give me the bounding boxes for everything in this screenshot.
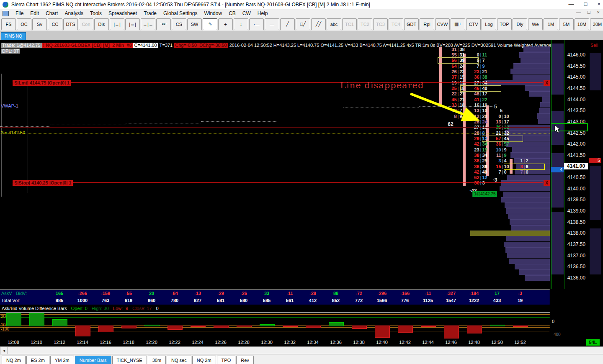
toolbar-button--[interactable]: |⇔| — [125, 18, 140, 30]
toolbar-button-cs[interactable]: CS — [172, 18, 186, 30]
toolbar-button--[interactable]: + — [218, 18, 233, 30]
toolbar-button-10m[interactable]: 10M — [575, 18, 589, 30]
toolbar-button-dts[interactable]: DTS — [63, 18, 78, 30]
diff-bar-negative — [168, 326, 183, 330]
toolbar-button-cc[interactable]: CC — [48, 18, 62, 30]
askbid-diff-value: -11 — [417, 291, 439, 296]
maximize-icon[interactable]: □ — [584, 1, 588, 7]
toolbar-button--[interactable]: ▦+ — [451, 18, 465, 30]
menu-item-cw[interactable]: CW — [239, 10, 254, 17]
toolbar-button--[interactable]: ↕ — [234, 18, 248, 30]
toolbar-button-we[interactable]: We — [528, 18, 543, 30]
toolbar-button-cvw[interactable]: CVW — [435, 18, 450, 30]
menu-item-help[interactable]: Help — [254, 10, 271, 17]
child-window-controls: — □ × — [576, 10, 600, 15]
menu-item-global-settings[interactable]: Global Settings — [160, 10, 201, 17]
toolbar-button-tc3[interactable]: TC3 — [373, 18, 388, 30]
chart-area[interactable]: Trade: 1@4142.75 ! NQ-201603-GLOBEX [CB]… — [0, 40, 603, 289]
chart-tab-es-2m[interactable]: ES 2m — [26, 356, 49, 364]
diff-bar-negative — [237, 326, 252, 327]
price-scale-label: 4142.00 — [565, 141, 588, 147]
menu-item-cb[interactable]: CB — [225, 10, 239, 17]
total-volume-value: 852 — [325, 298, 347, 303]
toolbar-button--[interactable]: ⇥⇤ — [156, 18, 171, 30]
toolbar-button--[interactable]: ·— — [249, 18, 264, 30]
menu-item-tools[interactable]: Tools — [87, 10, 105, 17]
toolbar-button-top[interactable]: TOP — [497, 18, 512, 30]
child-restore-icon[interactable]: □ — [588, 10, 590, 15]
window-controls: — □ × — [569, 1, 600, 7]
child-minimize-icon[interactable]: — — [576, 10, 581, 15]
toolbar-button-log[interactable]: Log — [482, 18, 496, 30]
total-volume-value: 585 — [255, 298, 278, 303]
time-label: 12:42 — [394, 340, 415, 345]
menu-item-file[interactable]: File — [12, 10, 27, 17]
chart-tab-number-bars[interactable]: Number Bars — [75, 356, 111, 364]
askbid-diff-value: -28 — [302, 291, 324, 296]
toolbar-button--[interactable]: □╱ — [296, 18, 310, 30]
time-label: 12:24 — [187, 340, 208, 345]
diff-bar-negative — [98, 326, 113, 332]
toolbar-button-fs[interactable]: FS — [1, 18, 16, 30]
toolbar-button-tc4[interactable]: TC4 — [389, 18, 403, 30]
chart-tab-30m[interactable]: 30m — [148, 356, 166, 364]
horizontal-scrollbar[interactable]: ◄ — [0, 346, 603, 354]
time-label: 12:10 — [26, 340, 47, 345]
chart-tab-nq-2m[interactable]: NQ 2m — [2, 356, 26, 364]
toolbar-button-dis[interactable]: Dis — [94, 18, 109, 30]
toolbar-button-abc[interactable]: abc — [327, 18, 341, 30]
toolbar-button--[interactable]: ⇖ — [203, 18, 217, 30]
toolbar-button-tc1[interactable]: TC1 — [342, 18, 357, 30]
toolbar-button-dly[interactable]: Dly — [513, 18, 527, 30]
chart-tab-nq-2m[interactable]: NQ 2m — [192, 356, 216, 364]
child-close-icon[interactable]: × — [597, 10, 600, 15]
toolbar-button-1m[interactable]: 1M — [544, 18, 558, 30]
total-volume-value: 1125 — [417, 298, 439, 303]
toolbar-button-5m[interactable]: 5M — [559, 18, 574, 30]
price-scale-label: 4145.50 — [565, 63, 588, 69]
toolbar-button-30m[interactable]: 30M — [590, 18, 603, 30]
grid-line — [0, 314, 550, 315]
toolbar-button-con[interactable]: Con — [79, 18, 93, 30]
toolbar: FSOCSvCCDTSConDis|↔||⇔|→|←⇥⇤CSSW⇖+↕·——╱□… — [0, 18, 603, 31]
askbid-diff-value: -296 — [371, 291, 393, 296]
toolbar-button-ctv[interactable]: CTV — [466, 18, 481, 30]
chart-tab-nq-sec[interactable]: NQ sec — [167, 356, 191, 364]
price-scale-label: 4136.00 — [565, 275, 588, 281]
close-icon[interactable]: × — [597, 1, 600, 7]
toolbar-button-gdt[interactable]: GDT — [404, 18, 419, 30]
menu-item-chart[interactable]: Chart — [42, 10, 61, 17]
toolbar-button--[interactable]: |↔| — [110, 18, 124, 30]
toolbar-button-oc[interactable]: OC — [17, 18, 31, 30]
askbid-diff-value: 165 — [48, 291, 71, 296]
total-volume-value: 860 — [140, 298, 163, 303]
menu-item-spreadsheet[interactable]: Spreadsheet — [105, 10, 140, 17]
diff-open: Open: 0 — [71, 306, 88, 311]
time-label: 12:12 — [49, 340, 70, 345]
chartbook-tab-row: FIMS NQ — [0, 31, 603, 40]
toolbar-button-rpl[interactable]: Rpl — [420, 18, 434, 30]
menu-item-analysis[interactable]: Analysis — [61, 10, 87, 17]
toolbar-button--[interactable]: ╱╱ — [311, 18, 326, 30]
toolbar-button--[interactable]: ╱ — [280, 18, 295, 30]
chart-tab-rev[interactable]: Rev — [236, 356, 254, 364]
askbid-diff-value: 17 — [486, 291, 508, 296]
toolbar-button-sw[interactable]: SW — [187, 18, 202, 30]
askbid-volume-row: AskV - BidV: 165-266-159-5520-84-13-29-2… — [0, 290, 550, 297]
chart-tab-tpo[interactable]: TPO — [217, 356, 236, 364]
chart-tab-ym-2m[interactable]: YM 2m — [50, 356, 74, 364]
chartbook-tab[interactable]: FIMS NQ — [1, 32, 26, 40]
chart-tab-tick-nyse[interactable]: TICK_NYSE — [112, 356, 147, 364]
difference-bars-subgraph[interactable]: 200 10 -100 — [0, 312, 550, 339]
toolbar-button-tc2[interactable]: TC2 — [358, 18, 372, 30]
menu-item-edit[interactable]: Edit — [27, 10, 42, 17]
minimize-icon[interactable]: — — [569, 1, 574, 7]
askbid-diff-value: -184 — [463, 291, 485, 296]
menu-item-window[interactable]: Window — [201, 10, 225, 17]
menu-item-trade[interactable]: Trade — [140, 10, 160, 17]
askbid-row-label: AskV - BidV: — [1, 291, 27, 296]
toolbar-button--[interactable]: — — [265, 18, 279, 30]
time-axis[interactable]: 54L 12:0812:1012:1212:1412:1612:1812:201… — [0, 338, 603, 346]
toolbar-button--[interactable]: →|← — [141, 18, 155, 30]
toolbar-button-sv[interactable]: Sv — [32, 18, 47, 30]
